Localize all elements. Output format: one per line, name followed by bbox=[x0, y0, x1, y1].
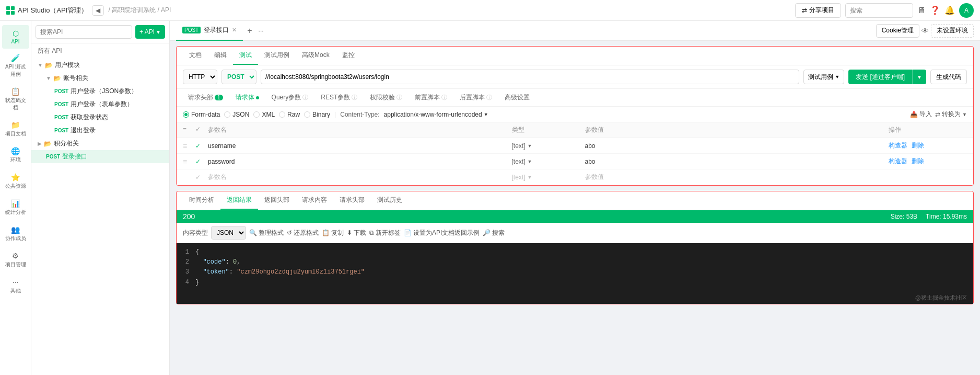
tab-login[interactable]: POST 登录接口 ✕ bbox=[176, 21, 243, 41]
param-type-cell[interactable]: [text] ▼ bbox=[512, 158, 585, 165]
placeholder-row[interactable]: ✓ 参数名 [text] ▼ 参数值 bbox=[177, 169, 973, 185]
status-code: 200 bbox=[183, 212, 195, 221]
tab-request-content[interactable]: 请求内容 bbox=[296, 191, 333, 210]
api-search-input[interactable] bbox=[36, 25, 132, 39]
api-item-1[interactable]: POST 用户登录（JSON参数） bbox=[48, 85, 169, 98]
active-api-item[interactable]: POST 登录接口 bbox=[31, 150, 169, 163]
all-api-label[interactable]: 所有 API bbox=[31, 43, 169, 59]
format-xml[interactable]: XML bbox=[253, 111, 275, 118]
cookie-mgmt-btn[interactable]: Cookie管理 bbox=[876, 24, 919, 38]
add-api-btn[interactable]: + API ▼ bbox=[135, 25, 165, 39]
format-resp-btn[interactable]: 🔍 整理格式 bbox=[249, 229, 284, 237]
delete-btn-1[interactable]: 删除 bbox=[912, 141, 924, 150]
convert-btn[interactable]: ⇄ 转换为 ▼ bbox=[935, 110, 967, 119]
env-select-btn[interactable]: 未设置环境 bbox=[931, 24, 974, 38]
delete-btn-2[interactable]: 删除 bbox=[912, 157, 924, 166]
generate-code-btn[interactable]: 生成代码 bbox=[930, 70, 967, 84]
content-type-resp-select[interactable]: JSON bbox=[211, 226, 246, 240]
global-search-input[interactable] bbox=[845, 3, 913, 18]
format-json[interactable]: JSON bbox=[224, 111, 249, 118]
sidebar-item-status-docs[interactable]: 📋 状态码文档 bbox=[2, 83, 29, 116]
search-resp-btn[interactable]: 🔎 搜索 bbox=[483, 229, 505, 237]
share-project-btn[interactable]: ⇄ 分享项目 bbox=[795, 3, 841, 18]
restore-resp-btn[interactable]: ↺ 还原格式 bbox=[287, 229, 319, 237]
protocol-select[interactable]: HTTP bbox=[183, 70, 217, 84]
tab-mock[interactable]: 高级Mock bbox=[296, 47, 336, 65]
tab-test-history[interactable]: 测试历史 bbox=[371, 191, 409, 210]
project-mgmt-icon: ⚙ bbox=[12, 252, 19, 260]
api-item-2[interactable]: POST 用户登录（表单参数） bbox=[48, 98, 169, 111]
req-tab-pre-script[interactable]: 前置脚本 ⓘ bbox=[410, 91, 452, 104]
url-input[interactable] bbox=[261, 70, 799, 84]
req-tab-headers[interactable]: 请求头部 1 bbox=[183, 91, 228, 104]
preview-btn[interactable]: 👁 bbox=[921, 27, 929, 35]
test-example-btn[interactable]: 测试用例 ▼ bbox=[803, 70, 844, 84]
send-dropdown-btn[interactable]: ▼ bbox=[912, 70, 926, 84]
subgroup-account[interactable]: ▼ 📂 账号相关 bbox=[40, 72, 169, 85]
sidebar-item-label: 协作成员 bbox=[5, 235, 26, 242]
construct-btn-2[interactable]: 构造器 bbox=[889, 157, 907, 166]
sidebar-item-stats[interactable]: 📊 统计分析 bbox=[2, 195, 29, 220]
tab-return-result[interactable]: 返回结果 bbox=[220, 191, 258, 210]
format-bar: Form-data JSON XML Raw bbox=[177, 107, 973, 122]
collapse-btn[interactable]: ◀ bbox=[92, 5, 104, 16]
req-tab-body[interactable]: 请求体 bbox=[230, 91, 264, 104]
drag-handle-icon[interactable]: ≡ bbox=[183, 142, 195, 150]
table-row: ≡ ✓ username [text] ▼ abo 构造器 删除 bbox=[177, 138, 973, 154]
download-resp-btn[interactable]: ⬇ 下载 bbox=[347, 229, 366, 237]
line-number: 1 bbox=[177, 247, 195, 257]
sidebar-item-api[interactable]: ⬡ API bbox=[2, 25, 29, 49]
tab-return-headers[interactable]: 返回头部 bbox=[258, 191, 296, 210]
sidebar-item-api-test[interactable]: 🧪 API 测试用例 bbox=[2, 50, 29, 82]
copy-resp-btn[interactable]: 📋 复制 bbox=[322, 229, 344, 237]
code-line-1: 1 { bbox=[177, 247, 973, 257]
tab-docs[interactable]: 文档 bbox=[183, 47, 208, 65]
param-type-cell[interactable]: [text] ▼ bbox=[512, 142, 585, 150]
sidebar-item-public[interactable]: ⭐ 公共资源 bbox=[2, 169, 29, 194]
format-raw[interactable]: Raw bbox=[279, 111, 300, 118]
folder-icon: 📂 bbox=[44, 140, 52, 147]
group-points[interactable]: ▶ 📂 积分相关 bbox=[31, 137, 169, 150]
tab-test[interactable]: 测试 bbox=[233, 47, 258, 65]
more-tabs-btn[interactable]: ··· bbox=[256, 27, 266, 35]
req-tab-rest[interactable]: REST参数 ⓘ bbox=[316, 91, 363, 104]
bell-btn[interactable]: 🔔 bbox=[944, 5, 955, 15]
tab-monitor[interactable]: 监控 bbox=[336, 47, 361, 65]
tab-edit[interactable]: 编辑 bbox=[208, 47, 233, 65]
new-tab-resp-btn[interactable]: ⧉ 新开标签 bbox=[369, 229, 401, 237]
sidebar-item-project-mgmt[interactable]: ⚙ 项目管理 bbox=[2, 247, 29, 272]
content-type-value[interactable]: application/x-www-form-urlencoded ▼ bbox=[384, 111, 488, 118]
avatar[interactable]: A bbox=[959, 3, 974, 18]
req-tab-query[interactable]: Query参数 ⓘ bbox=[266, 91, 314, 104]
tab-close-icon[interactable]: ✕ bbox=[232, 27, 237, 33]
format-binary[interactable]: Binary bbox=[304, 111, 330, 118]
api-item-3[interactable]: POST 获取登录状态 bbox=[48, 111, 169, 124]
sidebar-item-env[interactable]: 🌐 环境 bbox=[2, 143, 29, 168]
row-check-icon[interactable]: ✓ bbox=[195, 158, 208, 165]
code-line-4: 4 } bbox=[177, 278, 973, 288]
req-tab-auth[interactable]: 权限校验 ⓘ bbox=[365, 91, 407, 104]
tab-time-analysis[interactable]: 时间分析 bbox=[183, 191, 220, 210]
group-user-module[interactable]: ▼ 📂 用户模块 bbox=[31, 59, 169, 72]
drag-handle-icon[interactable]: ≡ bbox=[183, 157, 195, 166]
row-check-icon[interactable]: ✓ bbox=[195, 142, 208, 150]
type-dropdown-icon: ▼ bbox=[528, 143, 532, 149]
format-form-data[interactable]: Form-data bbox=[183, 111, 220, 118]
new-tab-btn[interactable]: + bbox=[245, 26, 254, 36]
notifications-btn[interactable]: 🖥 bbox=[917, 6, 926, 15]
construct-btn-1[interactable]: 构造器 bbox=[889, 141, 907, 150]
api-item-4[interactable]: POST 退出登录 bbox=[48, 124, 169, 137]
method-select[interactable]: POST bbox=[221, 70, 256, 84]
tab-test-cases[interactable]: 测试用例 bbox=[258, 47, 296, 65]
set-example-btn[interactable]: 📄 设置为API文档返回示例 bbox=[404, 229, 480, 237]
tab-request-headers[interactable]: 请求头部 bbox=[333, 191, 371, 210]
send-btn[interactable]: 发送 [通过客户端] bbox=[848, 70, 912, 84]
api-test-icon: 🧪 bbox=[11, 54, 20, 62]
req-tab-advanced[interactable]: 高级设置 bbox=[499, 91, 535, 104]
sidebar-item-other[interactable]: ··· 其他 bbox=[2, 274, 29, 299]
help-btn[interactable]: ❓ bbox=[930, 5, 940, 15]
import-btn[interactable]: 📥 导入 bbox=[910, 110, 932, 119]
req-tab-post-script[interactable]: 后置脚本 ⓘ bbox=[454, 91, 497, 104]
sidebar-item-members[interactable]: 👥 协作成员 bbox=[2, 221, 29, 246]
sidebar-item-project-docs[interactable]: 📁 项目文档 bbox=[2, 117, 29, 142]
